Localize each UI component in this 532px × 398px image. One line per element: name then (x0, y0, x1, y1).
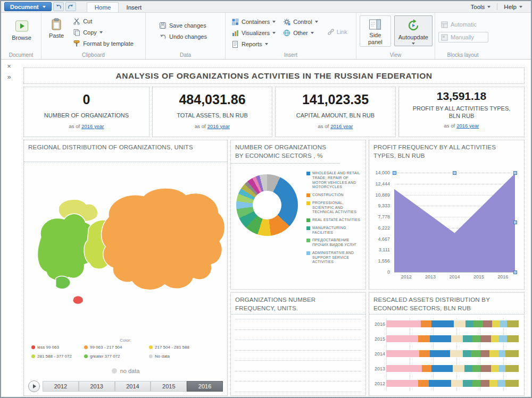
bar-segment[interactable] (419, 350, 430, 357)
bar-segment[interactable] (473, 320, 483, 327)
donut-chart[interactable] (236, 174, 298, 236)
tools-menu[interactable]: Tools (467, 4, 494, 10)
paste-button[interactable]: Paste (45, 15, 68, 41)
autoupdate-button[interactable]: Autoupdate (394, 15, 433, 46)
bar-segment[interactable] (489, 380, 497, 387)
cut-button[interactable]: Cut (70, 16, 136, 27)
manually-button[interactable]: Manually (438, 32, 488, 43)
bar-segment[interactable] (472, 380, 480, 387)
bar-segment[interactable] (491, 365, 499, 372)
bar-segment[interactable] (480, 380, 489, 387)
play-button[interactable] (28, 380, 40, 392)
bar-segment[interactable] (430, 350, 450, 357)
bar-segment[interactable] (454, 320, 466, 327)
stacked-bar[interactable] (386, 380, 519, 387)
automatic-button[interactable]: Automatic (438, 19, 488, 30)
map-region[interactable] (102, 188, 225, 290)
copy-button[interactable]: Copy (70, 27, 136, 38)
bar-segment[interactable] (463, 350, 471, 357)
bar-segment[interactable] (497, 380, 505, 387)
year-button-2013[interactable]: 2013 (79, 381, 115, 392)
format-by-template-button[interactable]: Format by template (70, 38, 136, 49)
document-menu-button[interactable]: Document (4, 2, 52, 11)
bar-segment[interactable] (451, 380, 463, 387)
selection-handle[interactable] (513, 270, 517, 274)
bar-segment[interactable] (472, 335, 480, 342)
bar-segment[interactable] (386, 380, 418, 387)
selection-handle[interactable] (393, 171, 396, 175)
stacked-bar[interactable] (386, 320, 519, 327)
bar-segment[interactable] (505, 380, 519, 387)
bar-segment[interactable] (480, 335, 491, 342)
bar-segment[interactable] (480, 350, 489, 357)
bar-segment[interactable] (418, 380, 429, 387)
year-link[interactable]: 2016 year (456, 123, 479, 129)
bar-segment[interactable] (499, 335, 507, 342)
undo-button[interactable] (53, 2, 64, 11)
bar-segment[interactable] (483, 320, 492, 327)
expand-panel-icon[interactable]: » (7, 73, 11, 80)
year-button-2012[interactable]: 2012 (43, 381, 79, 392)
bar-segment[interactable] (386, 320, 421, 327)
bar-segment[interactable] (422, 365, 431, 372)
bar-segment[interactable] (489, 350, 498, 357)
year-button-2015[interactable]: 2015 (151, 381, 187, 392)
reports-button[interactable]: Reports (229, 39, 278, 49)
profit-area-chart[interactable] (394, 173, 515, 272)
link-button[interactable]: Link (327, 28, 347, 36)
selection-handle[interactable] (453, 171, 456, 175)
bar-segment[interactable] (463, 335, 472, 342)
stacked-bar[interactable] (386, 350, 519, 357)
bar-segment[interactable] (505, 350, 519, 357)
bar-segment[interactable] (480, 365, 491, 372)
bar-segment[interactable] (463, 380, 472, 387)
side-panel-button[interactable]: Side panel (360, 15, 391, 47)
undo-changes-button[interactable]: Undo changes (156, 31, 223, 42)
bar-segment[interactable] (418, 335, 430, 342)
other-button[interactable]: Other (280, 28, 320, 38)
bar-segment[interactable] (505, 365, 519, 372)
bar-segment[interactable] (499, 350, 505, 357)
tab-insert[interactable]: Insert (119, 2, 149, 12)
year-button-2016[interactable]: 2016 (187, 381, 223, 392)
bar-segment[interactable] (499, 365, 505, 372)
bar-segment[interactable] (451, 335, 463, 342)
bar-segment[interactable] (431, 320, 454, 327)
containers-button[interactable]: Containers (229, 16, 278, 27)
close-icon[interactable]: × (7, 63, 11, 70)
stacked-bar[interactable] (386, 335, 519, 342)
tab-home[interactable]: Home (87, 2, 119, 12)
bar-segment[interactable] (507, 320, 519, 327)
year-button-2014[interactable]: 2014 (115, 381, 151, 392)
bar-segment[interactable] (492, 320, 500, 327)
bar-segment[interactable] (507, 335, 519, 342)
bar-segment[interactable] (430, 335, 451, 342)
redo-button[interactable] (65, 2, 76, 11)
bar-segment[interactable] (471, 350, 480, 357)
bar-segment[interactable] (464, 365, 472, 372)
year-link[interactable]: 2016 year (81, 123, 104, 129)
visualizers-button[interactable]: Visualizers (229, 28, 278, 38)
bar-segment[interactable] (431, 365, 453, 372)
save-changes-button[interactable]: Save changes (156, 20, 223, 31)
bar-segment[interactable] (472, 365, 480, 372)
bar-segment[interactable] (500, 320, 506, 327)
map-region[interactable] (56, 276, 71, 289)
selection-handle[interactable] (513, 171, 517, 175)
bar-segment[interactable] (429, 380, 451, 387)
control-button[interactable]: Control (280, 16, 320, 27)
year-link[interactable]: 2016 year (207, 123, 230, 129)
bar-segment[interactable] (386, 350, 419, 357)
bar-segment[interactable] (386, 335, 418, 342)
selection-handle[interactable] (513, 221, 517, 224)
help-menu[interactable]: Help (501, 4, 526, 10)
browse-button[interactable]: Browse (4, 16, 39, 43)
bar-segment[interactable] (450, 350, 463, 357)
stacked-bar[interactable] (386, 365, 519, 372)
bar-segment[interactable] (466, 320, 473, 327)
year-link[interactable]: 2016 year (330, 123, 353, 129)
bar-segment[interactable] (491, 335, 499, 342)
bar-segment[interactable] (421, 320, 431, 327)
russia-map[interactable] (25, 164, 226, 337)
map-region[interactable] (73, 296, 84, 304)
